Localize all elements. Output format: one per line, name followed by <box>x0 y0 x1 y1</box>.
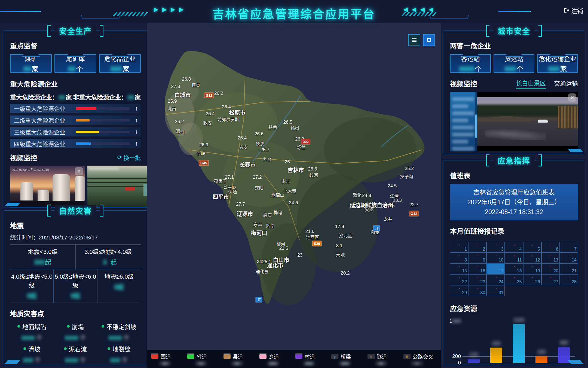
calendar-day-5[interactable]: 5 <box>523 242 541 253</box>
calendar-day-19[interactable]: 19 <box>523 263 541 274</box>
duty-roster-box[interactable]: 吉林省应急管理厅应急值班表 2022年8月17日（今日，星期三） 2022-08… <box>450 184 578 220</box>
calendar-day-7[interactable]: 7 <box>560 242 578 253</box>
legend-count-blurred: 888 <box>268 361 278 366</box>
map-temp-label: 26.4 <box>238 135 247 141</box>
calendar-day-6[interactable]: 6 <box>541 242 560 253</box>
geo-point-label: 崩塌 <box>72 322 84 331</box>
quake-cell: 4.0级≤地震<5.0级 8起 <box>10 269 53 303</box>
map-city-label: 通化县 <box>256 268 269 275</box>
calendar-day-9[interactable]: 9 <box>468 253 486 263</box>
pipes-shape <box>87 178 147 189</box>
tank-shape <box>53 174 70 202</box>
calendar-day-16[interactable]: 16 <box>468 263 486 274</box>
calendar-day-18[interactable]: 18 <box>505 263 523 274</box>
legend-item-桥梁: ╥桥梁888 <box>331 353 366 366</box>
panel-emergency-command: 应急指挥 值班表 吉林省应急管理厅应急值班表 2022年8月17日（今日，星期三… <box>444 160 584 365</box>
wall-shape <box>143 184 147 196</box>
duty-heading: 值班表 <box>450 170 578 180</box>
close-icon[interactable]: ✕ <box>75 167 83 175</box>
legend-count-blurred: 88 <box>376 361 387 366</box>
calendar-day-17[interactable]: 17 <box>486 263 505 274</box>
calendar-day-1[interactable]: 1 <box>450 242 468 253</box>
calendar-day-15[interactable]: 15 <box>450 263 468 274</box>
tank-shape <box>20 182 33 200</box>
calendar-day-28[interactable]: 28 <box>560 274 578 285</box>
map-city-label: 磐石 <box>263 211 272 218</box>
scrollbar-thumb[interactable] <box>475 114 477 138</box>
calendar-heading: 本月值班接报记录 <box>450 226 578 236</box>
page-title: 吉林省应急管理综合应用平台 <box>0 5 588 22</box>
stat-card[interactable]: 货运站 888 个 <box>494 54 534 73</box>
calendar-day-13[interactable]: 13 <box>541 253 560 263</box>
calendar-day-12[interactable]: 12 <box>523 253 541 263</box>
map-city-label: 东丰 <box>253 221 262 227</box>
level-label: 二级重大危险源企业 <box>14 116 76 124</box>
camera-card-2[interactable]: ✕ 吉林市吉化北方炬翮工贸责任... <box>87 166 147 208</box>
calendar-day-11[interactable]: 11 <box>505 253 523 263</box>
calendar-day-24[interactable]: 24 <box>486 274 505 285</box>
puddle-shape <box>485 129 546 140</box>
up-arrow-icon: ↑ <box>130 117 138 124</box>
map-temp-label: 26.8 <box>182 77 191 82</box>
live-video-feed[interactable]: ✕ <box>477 92 578 151</box>
quake-cell-label: 5.0级≤地震<6.0级 <box>54 272 97 289</box>
calendar-day-26[interactable]: 26 <box>523 274 541 285</box>
logout-button[interactable]: 注销 <box>564 6 583 15</box>
province-map[interactable]: 26.827.326.225.926.426.426.226.526.626.4… <box>147 23 441 368</box>
tab-changbaishan[interactable]: 长白山景区 <box>516 78 546 89</box>
stat-card[interactable]: 危化品企业 888 家 <box>99 54 141 73</box>
map-fullscreen-button[interactable] <box>423 34 435 46</box>
legend-label: 乡道 <box>269 353 279 360</box>
calendar-day-22[interactable]: 22 <box>450 274 468 285</box>
calendar-day-8[interactable]: 8 <box>450 253 468 263</box>
day-number: 11 <box>517 258 522 263</box>
day-number: 20 <box>553 269 558 273</box>
record-dot-icon <box>459 256 460 256</box>
calendar-day-31[interactable]: 31 <box>486 285 505 296</box>
record-dot-icon <box>477 266 478 267</box>
calendar-day-3[interactable]: 3 <box>486 242 505 253</box>
map-road-badge: G12 <box>204 93 214 98</box>
calendar-day-4[interactable]: 4 <box>505 242 523 253</box>
tab-transport[interactable]: 交通运输 <box>554 78 578 88</box>
calendar-day-14[interactable]: 14 <box>560 253 578 263</box>
close-icon[interactable]: ✕ <box>568 93 576 102</box>
calendar-day-29[interactable]: 29 <box>450 285 468 296</box>
calendar-day-25[interactable]: 25 <box>505 274 523 285</box>
map-temp-label: 25.2 <box>405 166 414 171</box>
hazard-heading: 重大危险源企业 <box>10 79 141 89</box>
day-number: 23 <box>480 279 485 284</box>
level-bar-track <box>76 107 130 110</box>
calendar-day-30[interactable]: 30 <box>468 285 486 296</box>
resources-heading: 应急资源 <box>450 303 578 313</box>
map-temp-label: 26 <box>285 159 290 165</box>
legend-swatch <box>295 354 302 359</box>
map-layers-button[interactable] <box>408 34 420 46</box>
calendar-day-27[interactable]: 27 <box>541 274 560 285</box>
city-video-heading-row: 视频监控 长白山景区 | 交通运输 <box>450 78 578 89</box>
calendar-empty-cell <box>505 285 523 296</box>
calendar-day-20[interactable]: 20 <box>541 263 560 274</box>
map-city-label: 永吉 <box>281 178 290 184</box>
stat-card[interactable]: 煤矿 88 家 <box>10 54 52 73</box>
map-temp-label: 24.8 <box>362 193 371 198</box>
map-temp-label: 26.2 <box>214 91 223 96</box>
quake-cell-label: 地震≥6.0级 <box>97 272 141 280</box>
refresh-label: 换一批 <box>124 153 141 162</box>
day-number: 4 <box>519 247 522 252</box>
camera-card-1[interactable]: 2012 01 09 星期二 02:51:15 ✕ 长春巨峰气体有限责任公司 <box>10 166 85 208</box>
stat-card[interactable]: 危化运输企业 888 家 <box>537 54 578 73</box>
calendar-day-23[interactable]: 23 <box>468 274 486 285</box>
day-number: 3 <box>501 247 504 252</box>
calendar-empty-cell <box>523 285 541 296</box>
camera-list[interactable] <box>450 92 477 151</box>
stat-card[interactable]: 客运站 8888 个 <box>450 54 491 73</box>
stat-card[interactable]: 尾矿库 88 个 <box>54 54 96 73</box>
refresh-batch-button[interactable]: ⟳ 换一批 <box>117 153 141 162</box>
map-road-badge: S26 <box>312 241 322 247</box>
map-temp-label: 26.6 <box>308 166 317 172</box>
calendar-day-2[interactable]: 2 <box>468 242 486 253</box>
bar-rect <box>558 347 570 363</box>
calendar-day-21[interactable]: 21 <box>560 263 578 274</box>
calendar-day-10[interactable]: 10 <box>486 253 505 263</box>
